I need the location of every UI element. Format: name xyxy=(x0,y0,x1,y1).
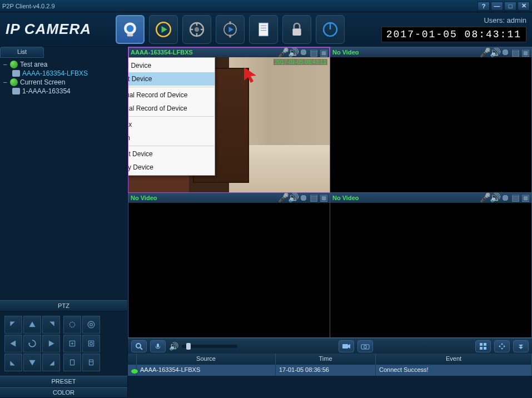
ptz-auto[interactable] xyxy=(23,335,41,352)
audio-icon[interactable]: 🔊 xyxy=(491,49,499,56)
talk-button[interactable] xyxy=(150,340,166,352)
ptz-down[interactable] xyxy=(23,354,41,371)
close-button[interactable]: ✕ xyxy=(518,2,530,11)
playback-button[interactable] xyxy=(149,15,178,44)
video-cell-3[interactable]: No Video 🎤 🔊 ⏺ ▤ ▣ xyxy=(128,193,330,338)
svg-rect-10 xyxy=(229,34,231,37)
digital-zoom-button[interactable] xyxy=(131,340,147,352)
volume-slider[interactable] xyxy=(182,345,237,348)
svg-rect-2 xyxy=(127,33,133,36)
event-log-header: Source Time Event xyxy=(128,354,532,365)
video-cell-1[interactable]: AAAA-163354-LFBXS 🎤 🔊 ⏺ ▤ ▣ IP Camera 20… xyxy=(128,47,330,192)
logout-button[interactable] xyxy=(316,15,345,44)
ptz-up[interactable] xyxy=(23,316,41,334)
record-all-button[interactable] xyxy=(339,340,354,352)
ptz-panel-header[interactable]: PTZ xyxy=(0,300,127,311)
zoom-out-button[interactable] xyxy=(82,316,100,334)
svg-point-45 xyxy=(364,345,367,348)
snapshot-icon[interactable]: ▤ xyxy=(310,49,317,56)
app-logo: IP CAMERA xyxy=(6,21,91,38)
iris-open-button[interactable] xyxy=(63,354,81,371)
tree-device[interactable]: AAAA-163354-LFBXS xyxy=(3,69,124,78)
menu-connected-device[interactable]: Connected Device xyxy=(128,59,215,72)
record-icon[interactable]: ⏺ xyxy=(501,49,509,56)
svg-marker-18 xyxy=(10,321,14,326)
zoom-in-button[interactable] xyxy=(63,316,81,334)
svg-rect-49 xyxy=(484,347,486,350)
remote-config-button[interactable] xyxy=(182,15,211,44)
close-feed-icon[interactable]: ▣ xyxy=(320,195,327,201)
tree-device-label: AAAA-163354-LFBXS xyxy=(22,69,88,77)
fullscreen-button[interactable] xyxy=(494,340,510,352)
menu-disconnect-device[interactable]: Disconnect Device xyxy=(128,72,215,86)
svg-marker-52 xyxy=(499,345,500,347)
menu-full-display[interactable]: Full Display Device xyxy=(128,161,215,174)
record-icon[interactable]: ⏺ xyxy=(501,195,509,201)
tree-current-screen[interactable]: – Current Screen xyxy=(3,78,124,87)
focus-far-button[interactable] xyxy=(82,335,100,352)
color-panel-header[interactable]: COLOR xyxy=(0,387,127,398)
ptz-down-right[interactable] xyxy=(42,354,60,371)
tree-area[interactable]: – Test area xyxy=(3,60,124,69)
local-config-button[interactable] xyxy=(216,15,245,44)
svg-marker-21 xyxy=(10,340,16,346)
menu-start-record[interactable]: Start Manual Record of Device xyxy=(128,88,215,102)
event-row[interactable]: AAAA-163354-LFBXS 17-01-05 08:36:56 Conn… xyxy=(128,365,532,376)
maximize-button[interactable]: □ xyxy=(504,2,516,11)
collapse-icon[interactable]: – xyxy=(3,78,9,86)
svg-marker-25 xyxy=(29,360,35,366)
intercom-icon[interactable]: 🎤 xyxy=(481,195,489,201)
ptz-right[interactable] xyxy=(42,335,60,352)
ptz-controls xyxy=(0,311,127,376)
ptz-up-right[interactable] xyxy=(42,316,60,334)
tree-channel[interactable]: 1-AAAA-163354 xyxy=(3,87,124,96)
ptz-up-left[interactable] xyxy=(4,316,22,334)
menu-quality-max[interactable]: Quality:Max xyxy=(128,118,215,131)
video-feed[interactable]: IP Camera 2017-01-05 08:43:11 Connected … xyxy=(128,57,330,192)
menu-auto-adjust[interactable]: Auto Adjust Device xyxy=(128,147,215,161)
collapse-log-button[interactable] xyxy=(513,340,529,352)
layout-button[interactable] xyxy=(475,340,491,352)
snapshot-icon[interactable]: ▤ xyxy=(511,49,519,56)
preset-panel-header[interactable]: PRESET xyxy=(0,376,127,387)
ptz-left[interactable] xyxy=(4,335,22,352)
collapse-icon[interactable]: – xyxy=(3,61,9,68)
svg-point-39 xyxy=(136,344,141,348)
focus-near-button[interactable] xyxy=(63,335,81,352)
video-title-4: No Video xyxy=(332,195,481,201)
ptz-down-left[interactable] xyxy=(4,354,22,371)
close-feed-icon[interactable]: ▣ xyxy=(521,49,529,56)
svg-rect-48 xyxy=(480,347,483,350)
intercom-icon[interactable]: 🎤 xyxy=(280,195,287,201)
menu-quality-min[interactable]: ✓ Quality:Min xyxy=(128,131,215,145)
video-title-2: No Video xyxy=(332,49,481,56)
snapshot-icon[interactable]: ▤ xyxy=(511,195,519,201)
svg-marker-20 xyxy=(49,321,54,326)
audio-icon[interactable]: 🔊 xyxy=(290,195,297,201)
intercom-icon[interactable]: 🎤 xyxy=(280,49,287,56)
svg-point-27 xyxy=(69,322,74,327)
event-log: Source Time Event AAAA-163354-LFBXS 17-0… xyxy=(128,354,532,398)
log-button[interactable] xyxy=(249,15,278,44)
audio-icon[interactable]: 🔊 xyxy=(491,195,499,201)
minimize-button[interactable]: — xyxy=(491,2,503,11)
users-label: Users: admin xyxy=(381,16,526,24)
video-cell-2[interactable]: No Video 🎤 🔊 ⏺ ▤ ▣ xyxy=(330,47,531,192)
close-feed-icon[interactable]: ▣ xyxy=(521,195,529,201)
iris-close-button[interactable] xyxy=(82,354,100,371)
video-cell-4[interactable]: No Video 🎤 🔊 ⏺ ▤ ▣ xyxy=(330,193,531,338)
intercom-icon[interactable]: 🎤 xyxy=(481,49,489,56)
close-feed-icon[interactable]: ▣ xyxy=(320,49,327,56)
tree-screen-label: Current Screen xyxy=(20,78,65,86)
lock-button[interactable] xyxy=(282,15,311,44)
record-icon[interactable]: ⏺ xyxy=(300,49,307,56)
menu-stop-record[interactable]: Stop Manual Record of Device xyxy=(128,102,215,115)
svg-rect-41 xyxy=(157,344,159,347)
snapshot-icon[interactable]: ▤ xyxy=(310,195,317,201)
record-icon[interactable]: ⏺ xyxy=(300,195,307,201)
snapshot-all-button[interactable] xyxy=(357,340,373,352)
help-button[interactable]: ? xyxy=(478,2,490,11)
audio-icon[interactable]: 🔊 xyxy=(290,49,297,56)
list-tab[interactable]: List xyxy=(0,47,44,58)
live-view-button[interactable] xyxy=(116,15,145,44)
